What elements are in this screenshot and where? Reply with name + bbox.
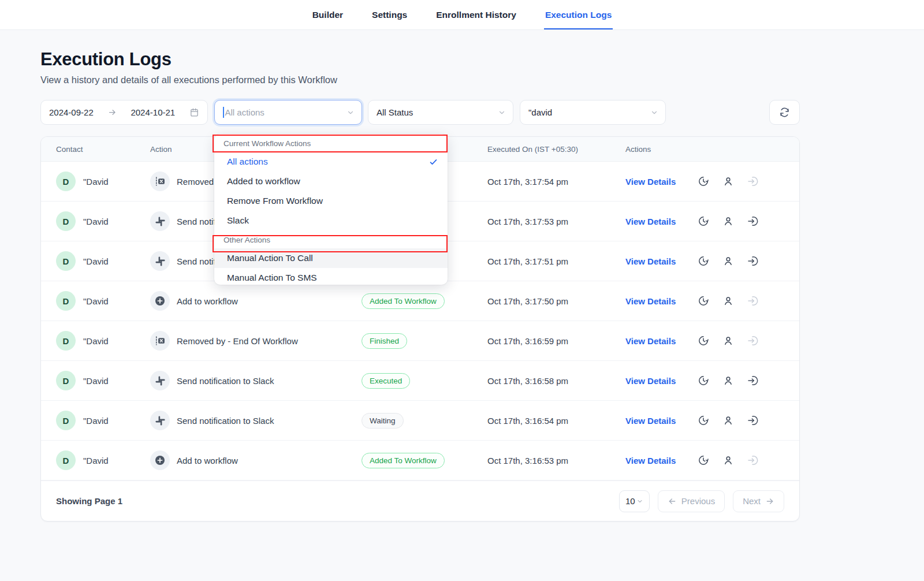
action-filter-dropdown: Current Workflow ActionsAll actionsAdded… [214, 134, 448, 285]
history-icon[interactable] [698, 215, 709, 227]
calendar-icon [189, 107, 199, 117]
col-executed-on: Executed On (IST +05:30) [487, 145, 625, 154]
avatar: D [56, 411, 76, 430]
person-icon[interactable] [722, 455, 734, 466]
view-details-link[interactable]: View Details [625, 296, 676, 306]
avatar: D [56, 371, 76, 390]
tab-settings[interactable]: Settings [371, 0, 408, 29]
arrow-right-icon [108, 108, 117, 117]
enter-workflow-icon[interactable] [747, 215, 759, 227]
arrow-left-icon [668, 497, 677, 506]
table-row: D "David Add to workflow Added To Workfl… [41, 281, 799, 321]
contact-name: "David [83, 456, 109, 465]
dropdown-item-manual-action-to-sms[interactable]: Manual Action To SMS [214, 268, 448, 285]
table-row: D "David Add to workflow Added To Workfl… [41, 441, 799, 481]
add-to-workflow-icon [150, 291, 170, 311]
contact-filter-value: "david [528, 107, 552, 117]
view-details-link[interactable]: View Details [625, 217, 676, 226]
history-icon[interactable] [698, 255, 709, 267]
tab-execution-logs[interactable]: Execution Logs [544, 0, 613, 29]
slack-icon [150, 371, 170, 390]
action-label: Removed by - End Of Workflow [177, 336, 298, 346]
executed-on-value: Oct 17th, 3:16:59 pm [487, 336, 625, 346]
table-row: D "David Send notification to Slack Exec… [41, 361, 799, 401]
dropdown-item-remove-from-workflow[interactable]: Remove From Workflow [214, 191, 448, 211]
date-from[interactable]: 2024-09-22 [49, 107, 94, 117]
history-icon[interactable] [698, 335, 709, 347]
chevron-down-icon [650, 109, 658, 117]
view-details-link[interactable]: View Details [625, 177, 676, 187]
person-icon[interactable] [722, 335, 734, 347]
contact-filter-select[interactable]: "david [520, 100, 666, 125]
enter-workflow-icon[interactable] [747, 455, 759, 466]
col-actions: Actions [625, 145, 799, 154]
executed-on-value: Oct 17th, 3:17:53 pm [487, 217, 625, 226]
executed-on-value: Oct 17th, 3:17:51 pm [487, 256, 625, 266]
dropdown-item-all-actions[interactable]: All actions [214, 152, 448, 172]
avatar: D [56, 450, 76, 470]
history-icon[interactable] [698, 375, 709, 386]
dropdown-item-manual-action-to-call[interactable]: Manual Action To Call [214, 248, 448, 268]
page-size-select[interactable]: 10 [619, 490, 650, 512]
table-row: D "David Removed by - End Of Workflow Fi… [41, 321, 799, 361]
slack-icon [150, 251, 170, 271]
previous-page-button[interactable]: Previous [658, 490, 725, 512]
tab-builder[interactable]: Builder [311, 0, 344, 29]
refresh-button[interactable] [769, 100, 800, 125]
view-details-link[interactable]: View Details [625, 416, 676, 426]
arrow-right-icon [765, 497, 774, 506]
next-page-button[interactable]: Next [733, 490, 784, 512]
person-icon[interactable] [722, 375, 734, 386]
table-row: D "David Send notification to Slack Wait… [41, 401, 799, 441]
enter-workflow-icon[interactable] [747, 335, 759, 347]
executed-on-value: Oct 17th, 3:17:50 pm [487, 296, 625, 306]
status-filter-select[interactable]: All Status [368, 100, 513, 125]
avatar: D [56, 211, 76, 231]
action-filter-select[interactable]: All actions [214, 100, 362, 125]
person-icon[interactable] [722, 415, 734, 426]
history-icon[interactable] [698, 455, 709, 466]
dropdown-item-slack[interactable]: Slack [214, 211, 448, 230]
status-badge: Waiting [362, 413, 404, 429]
text-caret [223, 107, 224, 118]
avatar: D [56, 331, 76, 351]
executed-on-value: Oct 17th, 3:16:58 pm [487, 376, 625, 386]
dropdown-item-added-to-workflow[interactable]: Added to workflow [214, 172, 448, 191]
action-label: Send notification to Slack [177, 416, 274, 426]
tab-enrollment-history[interactable]: Enrollment History [435, 0, 517, 29]
history-icon[interactable] [698, 176, 709, 187]
view-details-link[interactable]: View Details [625, 376, 676, 386]
removed-action-icon [150, 172, 170, 191]
contact-name: "David [83, 217, 109, 226]
history-icon[interactable] [698, 415, 709, 426]
executed-on-value: Oct 17th, 3:17:54 pm [487, 177, 625, 187]
enter-workflow-icon[interactable] [747, 375, 759, 386]
table-footer: Showing Page 1 10 Previous Next [41, 481, 799, 521]
avatar: D [56, 291, 76, 311]
enter-workflow-icon[interactable] [747, 415, 759, 426]
refresh-icon [779, 107, 790, 118]
action-label: Send notification to Slack [177, 376, 274, 386]
next-label: Next [743, 496, 761, 506]
page-size-value: 10 [625, 496, 635, 506]
executed-on-value: Oct 17th, 3:16:53 pm [487, 456, 625, 465]
history-icon[interactable] [698, 295, 709, 307]
person-icon[interactable] [722, 176, 734, 187]
add-to-workflow-icon [150, 450, 170, 470]
page-title: Execution Logs [40, 30, 800, 70]
person-icon[interactable] [722, 255, 734, 267]
view-details-link[interactable]: View Details [625, 256, 676, 266]
executed-on-value: Oct 17th, 3:16:54 pm [487, 416, 625, 426]
view-details-link[interactable]: View Details [625, 456, 676, 465]
person-icon[interactable] [722, 215, 734, 227]
date-to[interactable]: 2024-10-21 [131, 107, 175, 117]
page-subtitle: View a history and details of all execut… [40, 75, 800, 85]
view-details-link[interactable]: View Details [625, 336, 676, 346]
dropdown-item-label: Slack [227, 215, 249, 226]
person-icon[interactable] [722, 295, 734, 307]
enter-workflow-icon[interactable] [747, 255, 759, 267]
enter-workflow-icon[interactable] [747, 176, 759, 187]
date-range-picker[interactable]: 2024-09-22 2024-10-21 [40, 100, 208, 125]
enter-workflow-icon[interactable] [747, 295, 759, 307]
action-label: Add to workflow [177, 456, 238, 465]
